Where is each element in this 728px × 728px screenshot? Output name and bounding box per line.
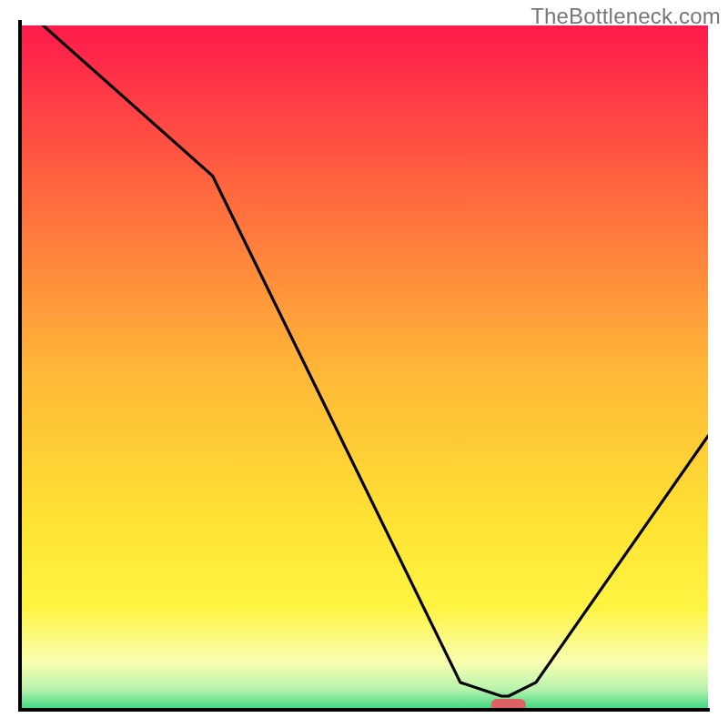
watermark-text: TheBottleneck.com — [531, 4, 721, 29]
chart-stage: TheBottleneck.com — [0, 0, 728, 728]
chart-svg — [0, 0, 728, 728]
plot-background — [20, 25, 708, 710]
